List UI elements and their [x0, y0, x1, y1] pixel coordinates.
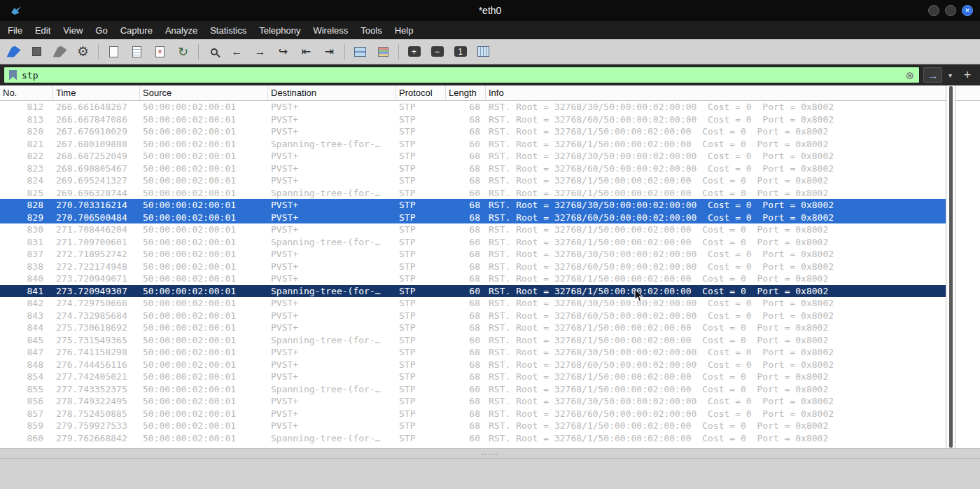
cell-info: RST. Root = 32768/1/50:00:00:02:00:00 Co… — [486, 236, 946, 249]
open-file-button[interactable] — [103, 42, 125, 62]
stop-square-icon — [32, 47, 41, 56]
reload-icon: ↻ — [178, 44, 188, 60]
column-header-info[interactable]: Info — [486, 85, 980, 100]
packet-row[interactable]: 830271.70844620450:00:00:02:00:01PVST+ST… — [0, 223, 946, 236]
go-to-packet-button[interactable]: ↪ — [272, 42, 294, 62]
packet-row[interactable]: 841273.72094930750:00:00:02:00:01Spannin… — [0, 285, 946, 298]
packet-row[interactable]: 860279.76266884250:00:00:02:00:01Spannin… — [0, 432, 946, 445]
colorize-button[interactable] — [372, 42, 394, 62]
pane-splitter[interactable]: ······ — [0, 448, 980, 458]
menu-tools[interactable]: Tools — [354, 22, 388, 39]
resize-columns-button[interactable] — [472, 42, 494, 62]
menu-view[interactable]: View — [57, 22, 89, 39]
filter-bookmark-icon[interactable] — [9, 70, 17, 81]
filter-apply-button[interactable]: → — [923, 67, 942, 83]
packet-row[interactable]: 859279.75992753350:00:00:02:00:01PVST+ST… — [0, 420, 946, 432]
start-capture-button[interactable] — [3, 42, 24, 62]
packet-row[interactable]: 824269.69524132750:00:00:02:00:01PVST+ST… — [0, 174, 946, 187]
cell-protocol: STP — [396, 297, 446, 310]
cell-info: RST. Root = 32768/1/50:00:00:02:00:00 Co… — [486, 383, 946, 396]
column-header-protocol[interactable]: Protocol — [396, 85, 446, 100]
zoom-out-button[interactable]: − — [426, 42, 448, 62]
cell-source: 50:00:00:02:00:01 — [140, 310, 268, 322]
go-last-packet-button[interactable]: ⇥ — [318, 42, 340, 62]
menu-analyze[interactable]: Analyze — [159, 22, 204, 39]
menu-edit[interactable]: Edit — [29, 22, 57, 39]
packet-row[interactable]: 837272.71895274250:00:00:02:00:01PVST+ST… — [0, 248, 946, 261]
autoscroll-button[interactable] — [349, 42, 371, 62]
cell-no: 838 — [0, 261, 53, 273]
packet-row[interactable]: 844275.73061869250:00:00:02:00:01PVST+ST… — [0, 322, 946, 334]
close-file-button[interactable]: ✕ — [149, 42, 171, 62]
display-filter-input[interactable]: stp ⊗ — [4, 67, 920, 83]
find-packet-button[interactable] — [203, 42, 225, 62]
cell-no: 859 — [0, 420, 53, 432]
vertical-scrollbar[interactable] — [946, 85, 955, 448]
zoom-100-key-icon: 1 — [454, 46, 467, 57]
reload-file-button[interactable]: ↻ — [172, 42, 194, 62]
arrow-bar-right-icon: ⇥ — [325, 45, 334, 58]
main-toolbar: ⚙✕↻←→↪⇤⇥+−1 — [0, 39, 980, 64]
cell-length: 68 — [446, 420, 486, 432]
menu-statistics[interactable]: Statistics — [204, 22, 253, 39]
packet-row[interactable]: 857278.75245088550:00:00:02:00:01PVST+ST… — [0, 408, 946, 420]
cell-protocol: STP — [396, 248, 446, 261]
save-file-button[interactable] — [126, 42, 148, 62]
menu-help[interactable]: Help — [388, 22, 420, 39]
packet-row[interactable]: 820267.67691002950:00:00:02:00:01PVST+ST… — [0, 125, 946, 138]
column-header-source[interactable]: Source — [140, 85, 268, 100]
packet-row[interactable]: 847276.74115829850:00:00:02:00:01PVST+ST… — [0, 346, 946, 359]
restart-capture-button[interactable] — [49, 42, 71, 62]
zoom-original-button[interactable]: 1 — [449, 42, 471, 62]
packet-row[interactable]: 831271.70970060150:00:00:02:00:01Spannin… — [0, 236, 946, 249]
cell-destination: PVST+ — [268, 199, 396, 212]
menu-file[interactable]: File — [1, 22, 29, 39]
scrollbar-thumb[interactable] — [949, 86, 953, 448]
cell-protocol: STP — [396, 322, 446, 334]
packet-row[interactable]: 822268.68725204950:00:00:02:00:01PVST+ST… — [0, 150, 946, 163]
cell-length: 60 — [446, 138, 486, 151]
packet-row[interactable]: 823268.69080546750:00:00:02:00:01PVST+ST… — [0, 163, 946, 175]
menu-telephony[interactable]: Telephony — [253, 22, 307, 39]
go-first-packet-button[interactable]: ⇤ — [295, 42, 317, 62]
stop-capture-button[interactable] — [26, 42, 48, 62]
packet-row[interactable]: 825269.69632874450:00:00:02:00:01Spannin… — [0, 187, 946, 200]
capture-options-button[interactable]: ⚙ — [72, 42, 94, 62]
packet-row[interactable]: 843274.73298568450:00:00:02:00:01PVST+ST… — [0, 310, 946, 322]
cell-protocol: STP — [396, 285, 446, 298]
packet-row[interactable]: 838272.72217494850:00:00:02:00:01PVST+ST… — [0, 261, 946, 273]
filter-dropdown-caret-icon[interactable]: ▾ — [946, 71, 955, 79]
packet-row[interactable]: 842274.72975066650:00:00:02:00:01PVST+ST… — [0, 297, 946, 310]
filter-clear-icon[interactable]: ⊗ — [905, 70, 914, 81]
column-header-length[interactable]: Length — [446, 85, 486, 100]
packet-row[interactable]: 854277.74240502150:00:00:02:00:01PVST+ST… — [0, 371, 946, 383]
packet-row[interactable]: 855277.74335237550:00:00:02:00:01Spannin… — [0, 383, 946, 396]
menu-go[interactable]: Go — [89, 22, 113, 39]
menu-wireless[interactable]: Wireless — [307, 22, 354, 39]
filter-add-button[interactable]: + — [958, 68, 976, 83]
minimize-button[interactable] — [928, 5, 939, 16]
cell-destination: Spanning-tree-(for-… — [268, 187, 396, 200]
packet-row[interactable]: 845275.73154936550:00:00:02:00:01Spannin… — [0, 334, 946, 347]
cell-destination: PVST+ — [268, 408, 396, 420]
packet-row[interactable]: 829270.70650048450:00:00:02:00:01PVST+ST… — [0, 212, 946, 224]
packet-row[interactable]: 813266.66784708650:00:00:02:00:01PVST+ST… — [0, 113, 946, 126]
packet-row[interactable]: 856278.74932249550:00:00:02:00:01PVST+ST… — [0, 395, 946, 408]
close-button[interactable]: ✕ — [962, 5, 973, 16]
go-back-button[interactable]: ← — [226, 42, 248, 62]
menu-capture[interactable]: Capture — [114, 22, 159, 39]
maximize-button[interactable] — [945, 5, 956, 16]
packet-row[interactable]: 828270.70331621450:00:00:02:00:01PVST+ST… — [0, 199, 946, 212]
column-header-destination[interactable]: Destination — [268, 85, 396, 100]
packet-row[interactable]: 812266.66164826750:00:00:02:00:01PVST+ST… — [0, 101, 946, 113]
zoom-in-button[interactable]: + — [403, 42, 425, 62]
packet-row[interactable]: 848276.74445611650:00:00:02:00:01PVST+ST… — [0, 359, 946, 371]
cell-destination: PVST+ — [268, 248, 396, 261]
arrow-left-icon: ← — [232, 46, 243, 58]
packet-row[interactable]: 840273.72094907150:00:00:02:00:01PVST+ST… — [0, 273, 946, 285]
column-header-no[interactable]: No. — [0, 85, 53, 100]
packet-row[interactable]: 821267.68010988850:00:00:02:00:01Spannin… — [0, 138, 946, 151]
cell-info: RST. Root = 32768/1/50:00:00:02:00:00 Co… — [486, 125, 946, 138]
column-header-time[interactable]: Time — [53, 85, 140, 100]
go-forward-button[interactable]: → — [249, 42, 271, 62]
